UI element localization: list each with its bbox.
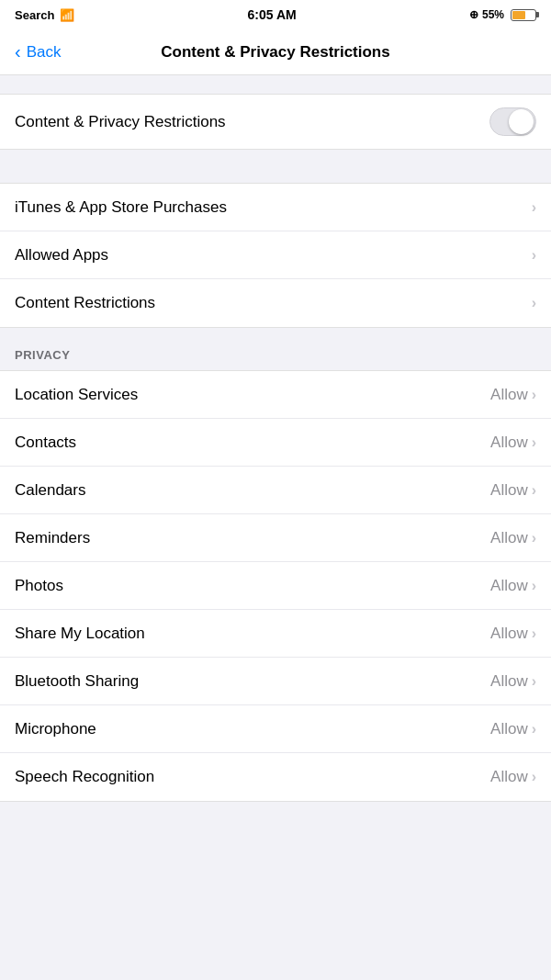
calendars-right: Allow › bbox=[490, 481, 536, 500]
reminders-chevron: › bbox=[532, 530, 536, 546]
allowed-apps-row[interactable]: Allowed Apps › bbox=[0, 231, 551, 279]
location-services-row[interactable]: Location Services Allow › bbox=[0, 371, 551, 419]
bluetooth-sharing-row[interactable]: Bluetooth Sharing Allow › bbox=[0, 658, 551, 705]
reminders-row[interactable]: Reminders Allow › bbox=[0, 514, 551, 562]
itunes-purchases-row[interactable]: iTunes & App Store Purchases › bbox=[0, 184, 551, 231]
main-list-section: iTunes & App Store Purchases › Allowed A… bbox=[0, 183, 551, 328]
privacy-list-section: Location Services Allow › Contacts Allow… bbox=[0, 370, 551, 802]
microphone-chevron: › bbox=[532, 721, 536, 738]
location-services-chevron: › bbox=[532, 387, 536, 403]
privacy-section-header: PRIVACY bbox=[15, 348, 70, 362]
toggle-section: Content & Privacy Restrictions bbox=[0, 94, 551, 150]
content-privacy-toggle[interactable] bbox=[489, 107, 536, 136]
share-my-location-right: Allow › bbox=[490, 625, 536, 643]
speech-recognition-row[interactable]: Speech Recognition Allow › bbox=[0, 753, 551, 801]
calendars-row[interactable]: Calendars Allow › bbox=[0, 467, 551, 514]
microphone-row[interactable]: Microphone Allow › bbox=[0, 705, 551, 753]
contacts-chevron: › bbox=[532, 434, 536, 451]
section-divider-1 bbox=[0, 150, 551, 183]
content-restrictions-chevron: › bbox=[532, 295, 536, 311]
itunes-purchases-label: iTunes & App Store Purchases bbox=[15, 198, 227, 217]
itunes-purchases-right: › bbox=[532, 199, 536, 216]
battery-percent: 55% bbox=[482, 8, 504, 21]
photos-row[interactable]: Photos Allow › bbox=[0, 562, 551, 610]
photos-label: Photos bbox=[15, 577, 63, 595]
photos-value: Allow bbox=[490, 577, 528, 595]
toggle-knob bbox=[509, 109, 534, 134]
microphone-value: Allow bbox=[490, 720, 528, 738]
page-title: Content & Privacy Restrictions bbox=[15, 43, 536, 62]
speech-recognition-right: Allow › bbox=[490, 768, 536, 786]
status-time: 6:05 AM bbox=[248, 7, 297, 22]
share-my-location-chevron: › bbox=[532, 625, 536, 642]
microphone-right: Allow › bbox=[490, 720, 536, 738]
location-services-right: Allow › bbox=[490, 386, 536, 404]
status-left: Search 📶 bbox=[15, 8, 74, 22]
content-privacy-toggle-row: Content & Privacy Restrictions bbox=[15, 95, 536, 149]
privacy-section-header-bg: PRIVACY bbox=[0, 328, 551, 370]
microphone-label: Microphone bbox=[15, 720, 96, 738]
contacts-value: Allow bbox=[490, 434, 528, 452]
wifi-icon: 📶 bbox=[60, 8, 74, 22]
location-services-value: Allow bbox=[490, 386, 528, 404]
battery-icon bbox=[511, 9, 536, 21]
itunes-purchases-chevron: › bbox=[532, 199, 536, 216]
top-spacer bbox=[0, 75, 551, 94]
reminders-value: Allow bbox=[490, 529, 528, 547]
bluetooth-sharing-chevron: › bbox=[532, 673, 536, 690]
photos-chevron: › bbox=[532, 578, 536, 594]
bluetooth-sharing-right: Allow › bbox=[490, 672, 536, 691]
allowed-apps-chevron: › bbox=[532, 247, 536, 264]
calendars-chevron: › bbox=[532, 482, 536, 499]
nav-bar: ‹ Back Content & Privacy Restrictions bbox=[0, 29, 551, 75]
allowed-apps-label: Allowed Apps bbox=[15, 246, 108, 265]
location-services-label: Location Services bbox=[15, 386, 138, 404]
rotation-lock-icon: ⊕ bbox=[469, 8, 478, 21]
calendars-label: Calendars bbox=[15, 481, 86, 500]
toggle-label: Content & Privacy Restrictions bbox=[15, 113, 226, 131]
speech-recognition-value: Allow bbox=[490, 768, 528, 786]
content-restrictions-row[interactable]: Content Restrictions › bbox=[0, 279, 551, 327]
content-restrictions-label: Content Restrictions bbox=[15, 294, 155, 312]
speech-recognition-chevron: › bbox=[532, 769, 536, 785]
share-my-location-row[interactable]: Share My Location Allow › bbox=[0, 610, 551, 658]
photos-right: Allow › bbox=[490, 577, 536, 595]
bluetooth-sharing-value: Allow bbox=[490, 672, 528, 691]
calendars-value: Allow bbox=[490, 481, 528, 500]
reminders-right: Allow › bbox=[490, 529, 536, 547]
bluetooth-sharing-label: Bluetooth Sharing bbox=[15, 672, 139, 691]
contacts-row[interactable]: Contacts Allow › bbox=[0, 419, 551, 467]
allowed-apps-right: › bbox=[532, 247, 536, 264]
share-my-location-label: Share My Location bbox=[15, 625, 145, 643]
contacts-right: Allow › bbox=[490, 434, 536, 452]
contacts-label: Contacts bbox=[15, 434, 76, 452]
status-bar: Search 📶 6:05 AM ⊕ 55% bbox=[0, 0, 551, 29]
reminders-label: Reminders bbox=[15, 529, 90, 547]
status-right: ⊕ 55% bbox=[469, 8, 536, 21]
carrier-label: Search bbox=[15, 8, 54, 22]
share-my-location-value: Allow bbox=[490, 625, 528, 643]
speech-recognition-label: Speech Recognition bbox=[15, 768, 154, 786]
content-restrictions-right: › bbox=[532, 295, 536, 311]
